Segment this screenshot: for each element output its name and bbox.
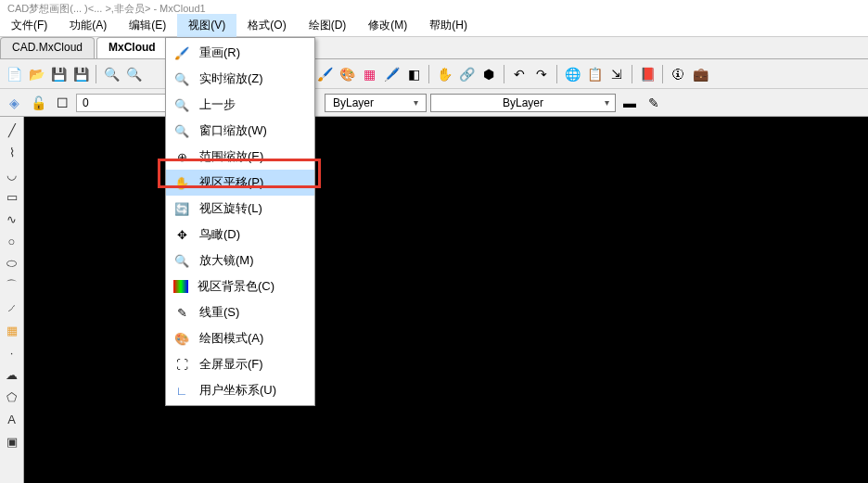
menu-regen[interactable]: ✎ 线重(S) bbox=[166, 299, 314, 325]
polygon-tool-icon[interactable]: ⬠ bbox=[3, 388, 21, 406]
tab-mxcloud[interactable]: MxCloud bbox=[96, 37, 168, 58]
hatch-tool-icon[interactable]: ▦ bbox=[3, 321, 21, 339]
color-icon[interactable]: ◧ bbox=[403, 64, 424, 84]
menu-modify[interactable]: 修改(M) bbox=[357, 14, 418, 37]
menu-extent-zoom[interactable]: ⊕ 范围缩放(E) bbox=[166, 144, 314, 170]
separator bbox=[96, 65, 96, 83]
zoom-out-icon[interactable]: 🔍 bbox=[123, 64, 144, 84]
menu-edit[interactable]: 编辑(E) bbox=[118, 14, 177, 37]
label: 视区背景色(C) bbox=[198, 278, 274, 295]
text-tool-icon[interactable]: A bbox=[3, 410, 21, 428]
zoom-prev-icon: 🔍 bbox=[173, 96, 190, 113]
color-bars-icon bbox=[173, 280, 188, 293]
document-tabs: CAD.MxCloud MxCloud bbox=[0, 37, 868, 59]
rotate-icon: 🔄 bbox=[173, 200, 190, 217]
label: 窗口缩放(W) bbox=[199, 122, 267, 139]
curve-tool-icon[interactable]: ⟋ bbox=[3, 299, 21, 317]
chevron-down-icon: ▾ bbox=[605, 97, 609, 108]
menu-window-zoom[interactable]: 🔍 窗口缩放(W) bbox=[166, 118, 314, 144]
menu-draw[interactable]: 绘图(D) bbox=[298, 14, 358, 37]
settings-icon[interactable]: 💼 bbox=[690, 64, 710, 84]
menu-magnifier[interactable]: 🔍 放大镜(M) bbox=[166, 248, 314, 273]
combo-value: ByLayer bbox=[333, 96, 374, 109]
linetype-combo[interactable]: ByLayer ▾ bbox=[430, 94, 616, 112]
save-as-icon[interactable]: 💾 bbox=[70, 64, 91, 84]
label: 重画(R) bbox=[199, 44, 240, 61]
label: 范围缩放(E) bbox=[199, 148, 263, 165]
label: 绘图模式(A) bbox=[199, 330, 263, 347]
main-toolbar: 📄 📂 💾 💾 🔍 🔍 🖌️ 🎨 ▦ 🖊️ ◧ ✋ 🔗 ⬢ ↶ ↷ 🌐 📋 ⇲ … bbox=[0, 59, 868, 89]
menu-fullscreen[interactable]: ⛶ 全屏显示(F) bbox=[166, 351, 314, 377]
menu-bg-color[interactable]: 视区背景色(C) bbox=[166, 273, 314, 299]
tab-cad-mxcloud[interactable]: CAD.MxCloud bbox=[0, 37, 95, 58]
menu-rotate-view[interactable]: 🔄 视区旋转(L) bbox=[166, 196, 314, 222]
menu-file[interactable]: 文件(F) bbox=[0, 14, 58, 37]
ellipse-tool-icon[interactable]: ⬭ bbox=[3, 254, 21, 273]
cloud-tool-icon[interactable]: ☁ bbox=[3, 365, 21, 384]
paint-icon[interactable]: 🖌️ bbox=[314, 64, 335, 84]
layers-icon[interactable]: ◈ bbox=[4, 93, 24, 113]
pen-icon: ✎ bbox=[173, 304, 190, 321]
separator bbox=[632, 65, 632, 83]
line-sample-icon[interactable]: ▬ bbox=[619, 93, 640, 113]
undo-icon[interactable]: ↶ bbox=[509, 64, 530, 84]
menu-prev-step[interactable]: 🔍 上一步 bbox=[166, 92, 314, 118]
menu-draw-mode[interactable]: 🎨 绘图模式(A) bbox=[166, 325, 314, 351]
menu-view[interactable]: 视图(V) bbox=[177, 14, 236, 37]
brush-icon[interactable]: 🖊️ bbox=[381, 64, 402, 84]
separator bbox=[428, 65, 429, 83]
label: 视区平移(P) bbox=[199, 174, 263, 191]
spline-tool-icon[interactable]: ∿ bbox=[3, 210, 21, 228]
separator bbox=[662, 65, 663, 83]
layer-toolbar: ◈ 🔓 ☐ ByLayer ▾ ByLayer ▾ ▬ ✎ bbox=[0, 89, 868, 117]
chevron-down-icon: ▾ bbox=[414, 97, 418, 108]
palette-icon[interactable]: 🎨 bbox=[337, 64, 357, 84]
arc2-tool-icon[interactable]: ⌒ bbox=[3, 276, 21, 295]
pen-icon[interactable]: ✎ bbox=[644, 93, 664, 113]
gradient-icon[interactable]: ▦ bbox=[359, 64, 379, 84]
menu-func[interactable]: 功能(A) bbox=[58, 14, 118, 37]
label: 放大镜(M) bbox=[199, 252, 254, 269]
menu-bird-eye[interactable]: ✥ 鸟瞰(D) bbox=[166, 222, 314, 248]
menu-realtime-zoom[interactable]: 🔍 实时缩放(Z) bbox=[166, 66, 314, 92]
block-tool-icon[interactable]: ▣ bbox=[3, 432, 21, 451]
stamp-icon[interactable]: ⬢ bbox=[479, 64, 499, 84]
help-icon[interactable]: 🛈 bbox=[668, 64, 688, 84]
drawing-canvas[interactable] bbox=[24, 117, 868, 483]
window-title: CAD梦想画图(... )<... >,非会员> - MxCloud1 bbox=[7, 3, 206, 14]
menu-redraw[interactable]: 🖌️ 重画(R) bbox=[166, 40, 314, 66]
fullscreen-icon: ⛶ bbox=[173, 356, 190, 373]
menu-pan-view[interactable]: ✋ 视区平移(P) bbox=[166, 170, 314, 196]
open-folder-icon[interactable]: 📂 bbox=[26, 64, 46, 84]
export-icon[interactable]: ⇲ bbox=[606, 64, 627, 84]
circle-tool-icon[interactable]: ○ bbox=[3, 232, 21, 250]
layer-lock-icon[interactable]: 🔓 bbox=[28, 93, 48, 113]
left-toolbar: ╱ ⌇ ◡ ▭ ∿ ○ ⬭ ⌒ ⟋ ▦ · ☁ ⬠ A ▣ bbox=[0, 117, 24, 483]
save-icon[interactable]: 💾 bbox=[48, 64, 69, 84]
line-tool-icon[interactable]: ╱ bbox=[3, 121, 21, 139]
menu-help[interactable]: 帮助(H) bbox=[418, 14, 479, 37]
view-menu-dropdown: 🖌️ 重画(R) 🔍 实时缩放(Z) 🔍 上一步 🔍 窗口缩放(W) ⊕ 范围缩… bbox=[165, 37, 315, 406]
menu-ucs[interactable]: ∟ 用户坐标系(U) bbox=[166, 377, 314, 403]
pdf-icon[interactable]: 📕 bbox=[637, 64, 657, 84]
redo-icon[interactable]: ↷ bbox=[531, 64, 552, 84]
arc-tool-icon[interactable]: ◡ bbox=[3, 165, 21, 184]
combo-value: ByLayer bbox=[439, 96, 607, 109]
rect-tool-icon[interactable]: ▭ bbox=[3, 187, 21, 206]
new-file-icon[interactable]: 📄 bbox=[4, 64, 24, 84]
zoom-in-icon[interactable]: 🔍 bbox=[101, 64, 121, 84]
magnifier-icon: 🔍 bbox=[173, 252, 190, 269]
globe-icon[interactable]: 🌐 bbox=[562, 64, 582, 84]
polyline-tool-icon[interactable]: ⌇ bbox=[3, 143, 21, 161]
lineweight-combo[interactable]: ByLayer ▾ bbox=[325, 94, 427, 112]
palette-icon: 🎨 bbox=[173, 330, 190, 347]
label: 鸟瞰(D) bbox=[199, 226, 240, 243]
link-icon[interactable]: 🔗 bbox=[456, 64, 477, 84]
label: 用户坐标系(U) bbox=[199, 382, 276, 399]
menu-format[interactable]: 格式(O) bbox=[236, 14, 297, 37]
doc-icon[interactable]: 📋 bbox=[584, 64, 605, 84]
hand-icon[interactable]: ✋ bbox=[434, 64, 454, 84]
point-tool-icon[interactable]: · bbox=[3, 343, 21, 362]
label: 视区旋转(L) bbox=[199, 200, 262, 217]
layer-box-icon[interactable]: ☐ bbox=[52, 93, 72, 113]
